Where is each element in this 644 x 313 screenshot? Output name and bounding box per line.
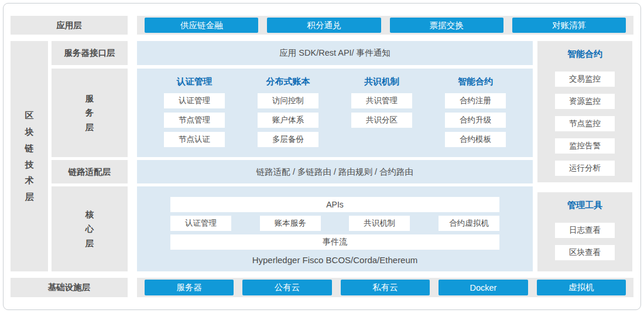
monitor-item: 节点监控 bbox=[555, 116, 615, 131]
infra-node-docker: Docker bbox=[439, 280, 527, 295]
management-tools-panel: 管理工具 日志查看 区块查看 bbox=[537, 192, 632, 271]
service-item: 共识分区 bbox=[351, 113, 412, 128]
infrastructure-button-strip: 服务器 公有云 私有云 Docker 虚拟机 bbox=[137, 278, 633, 297]
service-item: 合约注册 bbox=[445, 93, 506, 108]
layer-label-column: 服务器接口层 服 务 层 链路适配层 核 心 层 bbox=[52, 41, 128, 271]
service-item: 合约升级 bbox=[445, 113, 506, 128]
service-item: 节点认证 bbox=[164, 132, 225, 147]
app-node-bill-exchange: 票据交换 bbox=[390, 18, 503, 33]
service-column-auth: 认证管理 认证管理 节点管理 节点认证 bbox=[164, 76, 225, 157]
infra-node-public-cloud: 公有云 bbox=[242, 280, 331, 295]
adapter-content-bar: 链路适配 / 多链路由 / 路由规则 / 合约路由 bbox=[137, 160, 533, 183]
monitor-item: 交易监控 bbox=[555, 72, 615, 87]
diagram-frame: 应用层 供应链金融 积分通兑 票据交换 对账清算 区 块 链 技 术 层 服务器… bbox=[3, 3, 641, 310]
interface-layer-label: 服务器接口层 bbox=[52, 41, 128, 65]
blockchain-tech-layer-label: 区 块 链 技 术 层 bbox=[11, 41, 48, 271]
infra-node-private-cloud: 私有云 bbox=[341, 280, 430, 295]
application-layer-label: 应用层 bbox=[11, 16, 128, 35]
core-module: 合约虚拟机 bbox=[439, 216, 499, 231]
infrastructure-layer-label: 基础设施层 bbox=[11, 278, 128, 297]
service-item: 多层备份 bbox=[258, 132, 318, 147]
monitor-panel-header: 智能合约 bbox=[567, 49, 602, 60]
sdk-api-bar: 应用 SDK/Rest API/ 事件通知 bbox=[137, 41, 533, 65]
core-modules-row: 认证管理 账本服务 共识机制 合约虚拟机 bbox=[170, 216, 499, 231]
service-item: 共识管理 bbox=[351, 93, 412, 108]
platforms-text: Hyperledger Fisco BCOS/Corda/Ethereum bbox=[252, 255, 418, 265]
tool-item: 区块查看 bbox=[555, 245, 615, 260]
service-layer-label: 服 务 层 bbox=[52, 69, 128, 157]
service-item: 访问控制 bbox=[258, 93, 318, 108]
management-tools-header: 管理工具 bbox=[567, 200, 602, 211]
infra-node-vm: 虚拟机 bbox=[537, 280, 626, 295]
service-column-header: 共识机制 bbox=[364, 76, 399, 87]
monitor-item: 监控告警 bbox=[555, 138, 615, 154]
monitor-panel: 智能合约 交易监控 资源监控 节点监控 监控告警 运行分析 bbox=[537, 41, 632, 182]
app-node-supply-chain-finance: 供应链金融 bbox=[145, 18, 258, 33]
service-layer-panel: 认证管理 认证管理 节点管理 节点认证 分布式账本 访问控制 账户体系 多层备份… bbox=[137, 69, 533, 157]
service-column-header: 智能合约 bbox=[458, 76, 493, 87]
blockchain-tech-band: 区 块 链 技 术 层 服务器接口层 服 务 层 链路适配层 核 心 层 应用 … bbox=[11, 41, 633, 271]
right-sidebar: 智能合约 交易监控 资源监控 节点监控 监控告警 运行分析 管理工具 日志查看 … bbox=[537, 41, 632, 271]
app-node-points-exchange: 积分通兑 bbox=[267, 18, 381, 33]
infrastructure-layer-row: 基础设施层 服务器 公有云 私有云 Docker 虚拟机 bbox=[11, 278, 633, 297]
service-column-header: 认证管理 bbox=[177, 76, 212, 87]
service-item: 合约模板 bbox=[445, 132, 506, 147]
service-column-ledger: 分布式账本 访问控制 账户体系 多层备份 bbox=[258, 76, 318, 157]
service-column-smart-contract: 智能合约 合约注册 合约升级 合约模板 bbox=[445, 76, 506, 157]
core-module: 共识机制 bbox=[349, 216, 410, 231]
tool-item: 日志查看 bbox=[555, 223, 615, 238]
app-node-reconciliation: 对账清算 bbox=[512, 18, 626, 33]
service-column-consensus: 共识机制 共识管理 共识分区 bbox=[351, 76, 412, 157]
core-layer-panel: APIs 认证管理 账本服务 共识机制 合约虚拟机 事件流 Hyperledge… bbox=[137, 186, 533, 271]
service-item: 认证管理 bbox=[164, 93, 225, 108]
main-content-column: 应用 SDK/Rest API/ 事件通知 认证管理 认证管理 节点管理 节点认… bbox=[137, 41, 533, 271]
apis-bar: APIs bbox=[170, 197, 499, 212]
monitor-item: 资源监控 bbox=[555, 94, 615, 109]
core-layer-label: 核 心 层 bbox=[52, 186, 128, 271]
core-module: 账本服务 bbox=[260, 216, 321, 231]
service-column-header: 分布式账本 bbox=[266, 76, 310, 87]
adapter-layer-label: 链路适配层 bbox=[52, 160, 128, 183]
service-item: 账户体系 bbox=[258, 113, 318, 128]
monitor-item: 运行分析 bbox=[555, 161, 615, 176]
application-button-strip: 供应链金融 积分通兑 票据交换 对账清算 bbox=[137, 16, 633, 35]
event-stream-bar: 事件流 bbox=[170, 234, 499, 250]
infra-node-server: 服务器 bbox=[145, 280, 234, 295]
service-item: 节点管理 bbox=[164, 113, 225, 128]
core-module: 认证管理 bbox=[170, 216, 231, 231]
application-layer-row: 应用层 供应链金融 积分通兑 票据交换 对账清算 bbox=[11, 16, 633, 35]
